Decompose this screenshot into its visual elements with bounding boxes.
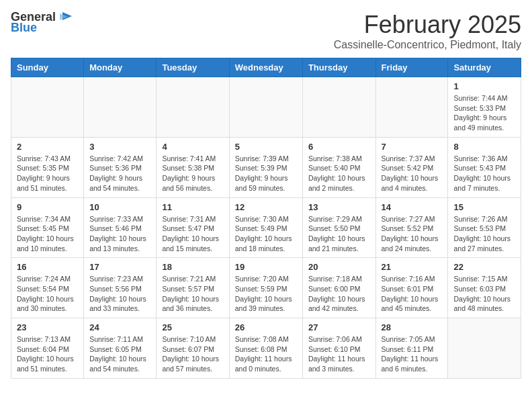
day-info: Sunrise: 7:10 AM Sunset: 6:07 PM Dayligh…: [162, 334, 223, 374]
day-number: 14: [382, 202, 443, 212]
day-number: 16: [17, 262, 78, 272]
calendar-cell: [84, 77, 157, 138]
month-title: February 2025: [334, 11, 521, 39]
calendar-cell: 15Sunrise: 7:26 AM Sunset: 5:53 PM Dayli…: [448, 197, 521, 258]
day-number: 8: [453, 142, 515, 152]
day-info: Sunrise: 7:41 AM Sunset: 5:38 PM Dayligh…: [162, 154, 223, 193]
day-info: Sunrise: 7:13 AM Sunset: 6:04 PM Dayligh…: [17, 334, 78, 374]
day-number: 22: [453, 262, 515, 272]
calendar-cell: 19Sunrise: 7:20 AM Sunset: 5:59 PM Dayli…: [229, 258, 302, 318]
day-info: Sunrise: 7:20 AM Sunset: 5:59 PM Dayligh…: [235, 274, 297, 314]
day-number: 26: [235, 322, 297, 332]
calendar-week-row: 9Sunrise: 7:34 AM Sunset: 5:45 PM Daylig…: [11, 197, 521, 258]
calendar-cell: 3Sunrise: 7:42 AM Sunset: 5:36 PM Daylig…: [84, 137, 157, 197]
calendar-cell: 16Sunrise: 7:24 AM Sunset: 5:54 PM Dayli…: [11, 258, 84, 318]
calendar-cell: 12Sunrise: 7:30 AM Sunset: 5:49 PM Dayli…: [229, 197, 302, 258]
weekday-header-friday: Friday: [375, 58, 448, 77]
day-number: 1: [453, 81, 515, 91]
day-info: Sunrise: 7:37 AM Sunset: 5:42 PM Dayligh…: [382, 154, 443, 193]
location-title: Cassinelle-Concentrico, Piedmont, Italy: [334, 39, 521, 51]
day-info: Sunrise: 7:05 AM Sunset: 6:11 PM Dayligh…: [382, 334, 443, 374]
day-info: Sunrise: 7:11 AM Sunset: 6:05 PM Dayligh…: [89, 334, 150, 374]
day-number: 23: [17, 322, 78, 332]
calendar-cell: [229, 77, 302, 138]
day-number: 3: [89, 142, 150, 152]
weekday-header-monday: Monday: [84, 58, 157, 77]
day-number: 13: [308, 202, 370, 212]
calendar-cell: 28Sunrise: 7:05 AM Sunset: 6:11 PM Dayli…: [375, 318, 448, 379]
weekday-header-wednesday: Wednesday: [229, 58, 302, 77]
logo-blue: Blue: [11, 21, 73, 34]
calendar-cell: 10Sunrise: 7:33 AM Sunset: 5:46 PM Dayli…: [84, 197, 157, 258]
day-number: 15: [453, 202, 515, 212]
calendar-cell: 8Sunrise: 7:36 AM Sunset: 5:43 PM Daylig…: [448, 137, 521, 197]
day-number: 25: [162, 322, 223, 332]
calendar-cell: 21Sunrise: 7:16 AM Sunset: 6:01 PM Dayli…: [375, 258, 448, 318]
day-number: 19: [235, 262, 297, 272]
calendar-cell: 11Sunrise: 7:31 AM Sunset: 5:47 PM Dayli…: [157, 197, 229, 258]
day-number: 4: [162, 142, 223, 152]
day-number: 10: [89, 202, 150, 212]
day-number: 17: [89, 262, 150, 272]
weekday-header-sunday: Sunday: [11, 58, 84, 77]
calendar-cell: 4Sunrise: 7:41 AM Sunset: 5:38 PM Daylig…: [157, 137, 229, 197]
calendar-cell: 7Sunrise: 7:37 AM Sunset: 5:42 PM Daylig…: [375, 137, 448, 197]
day-info: Sunrise: 7:18 AM Sunset: 6:00 PM Dayligh…: [308, 274, 370, 314]
day-info: Sunrise: 7:08 AM Sunset: 6:08 PM Dayligh…: [235, 334, 297, 374]
day-info: Sunrise: 7:23 AM Sunset: 5:56 PM Dayligh…: [89, 274, 150, 314]
day-number: 9: [17, 202, 78, 212]
calendar-cell: 18Sunrise: 7:21 AM Sunset: 5:57 PM Dayli…: [157, 258, 229, 318]
day-number: 11: [162, 202, 223, 212]
weekday-header-saturday: Saturday: [448, 58, 521, 77]
calendar-cell: [11, 77, 84, 138]
calendar-week-row: 23Sunrise: 7:13 AM Sunset: 6:04 PM Dayli…: [11, 318, 521, 379]
calendar-cell: [302, 77, 375, 138]
day-number: 20: [308, 262, 370, 272]
calendar-cell: 5Sunrise: 7:39 AM Sunset: 5:39 PM Daylig…: [229, 137, 302, 197]
day-info: Sunrise: 7:29 AM Sunset: 5:50 PM Dayligh…: [308, 214, 370, 254]
title-area: February 2025 Cassinelle-Concentrico, Pi…: [334, 11, 521, 51]
calendar-cell: 2Sunrise: 7:43 AM Sunset: 5:35 PM Daylig…: [11, 137, 84, 197]
calendar-cell: 22Sunrise: 7:15 AM Sunset: 6:03 PM Dayli…: [448, 258, 521, 318]
day-info: Sunrise: 7:43 AM Sunset: 5:35 PM Dayligh…: [17, 154, 78, 193]
day-info: Sunrise: 7:44 AM Sunset: 5:33 PM Dayligh…: [453, 93, 515, 133]
calendar-cell: 13Sunrise: 7:29 AM Sunset: 5:50 PM Dayli…: [302, 197, 375, 258]
calendar-week-row: 16Sunrise: 7:24 AM Sunset: 5:54 PM Dayli…: [11, 258, 521, 318]
weekday-header-row: SundayMondayTuesdayWednesdayThursdayFrid…: [11, 58, 521, 77]
weekday-header-thursday: Thursday: [302, 58, 375, 77]
day-info: Sunrise: 7:30 AM Sunset: 5:49 PM Dayligh…: [235, 214, 297, 254]
day-info: Sunrise: 7:34 AM Sunset: 5:45 PM Dayligh…: [17, 214, 78, 254]
calendar-cell: 24Sunrise: 7:11 AM Sunset: 6:05 PM Dayli…: [84, 318, 157, 379]
day-info: Sunrise: 7:06 AM Sunset: 6:10 PM Dayligh…: [308, 334, 370, 374]
day-info: Sunrise: 7:38 AM Sunset: 5:40 PM Dayligh…: [308, 154, 370, 193]
calendar-cell: 6Sunrise: 7:38 AM Sunset: 5:40 PM Daylig…: [302, 137, 375, 197]
day-info: Sunrise: 7:42 AM Sunset: 5:36 PM Dayligh…: [89, 154, 150, 193]
calendar-cell: 26Sunrise: 7:08 AM Sunset: 6:08 PM Dayli…: [229, 318, 302, 379]
calendar-cell: 25Sunrise: 7:10 AM Sunset: 6:07 PM Dayli…: [157, 318, 229, 379]
calendar-cell: [157, 77, 229, 138]
day-number: 24: [89, 322, 150, 332]
day-info: Sunrise: 7:39 AM Sunset: 5:39 PM Dayligh…: [235, 154, 297, 193]
day-info: Sunrise: 7:24 AM Sunset: 5:54 PM Dayligh…: [17, 274, 78, 314]
calendar-cell: 14Sunrise: 7:27 AM Sunset: 5:52 PM Dayli…: [375, 197, 448, 258]
day-info: Sunrise: 7:31 AM Sunset: 5:47 PM Dayligh…: [162, 214, 223, 254]
calendar-cell: 1Sunrise: 7:44 AM Sunset: 5:33 PM Daylig…: [448, 77, 521, 138]
calendar-cell: 9Sunrise: 7:34 AM Sunset: 5:45 PM Daylig…: [11, 197, 84, 258]
calendar-week-row: 2Sunrise: 7:43 AM Sunset: 5:35 PM Daylig…: [11, 137, 521, 197]
calendar-cell: 20Sunrise: 7:18 AM Sunset: 6:00 PM Dayli…: [302, 258, 375, 318]
day-number: 21: [382, 262, 443, 272]
day-number: 2: [17, 142, 78, 152]
logo: General Blue: [11, 11, 73, 34]
day-number: 18: [162, 262, 223, 272]
day-number: 5: [235, 142, 297, 152]
day-number: 12: [235, 202, 297, 212]
day-info: Sunrise: 7:15 AM Sunset: 6:03 PM Dayligh…: [453, 274, 515, 314]
day-info: Sunrise: 7:26 AM Sunset: 5:53 PM Dayligh…: [453, 214, 515, 254]
calendar-cell: [448, 318, 521, 379]
day-number: 6: [308, 142, 370, 152]
calendar-cell: 27Sunrise: 7:06 AM Sunset: 6:10 PM Dayli…: [302, 318, 375, 379]
calendar-cell: [375, 77, 448, 138]
day-number: 28: [382, 322, 443, 332]
day-number: 27: [308, 322, 370, 332]
calendar-week-row: 1Sunrise: 7:44 AM Sunset: 5:33 PM Daylig…: [11, 77, 521, 138]
